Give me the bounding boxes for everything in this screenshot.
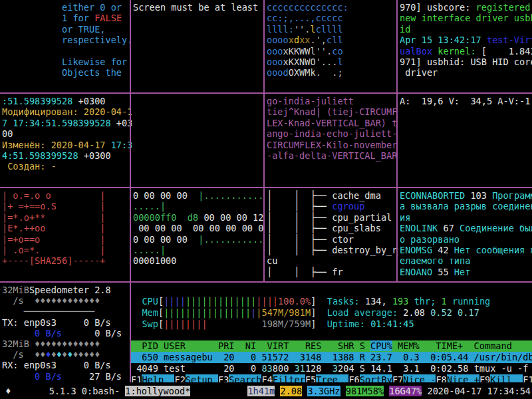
text-segment: ♦ — [45, 349, 51, 360]
text-segment — [62, 371, 89, 382]
text-segment: ♦ — [62, 349, 67, 360]
pane-help-text[interactable]: either 0 or 1 for FALSE or TRUE, respect… — [0, 1, 132, 94]
status-uptime-badge: 1h41m — [247, 386, 275, 396]
text-line: ───────────── — [2, 306, 132, 317]
text-segment: ECONNABORTED — [400, 190, 470, 201]
text-segment: 970] usbcore: — [400, 2, 476, 13]
text-segment: 193 — [392, 296, 409, 307]
text-segment: oooo — [267, 35, 289, 45]
text-segment: kernel: — [438, 46, 475, 57]
text-segment: Likewise for — [2, 57, 127, 67]
text-line: ooodOXWMk. .; — [267, 67, 398, 78]
text-line: 970] usbcore: registered — [400, 2, 532, 13]
text-line: CPU[|||||||||||||||||||||100.0%] Tasks: … — [131, 296, 532, 307]
text-segment: d — [294, 35, 299, 45]
text-line: .....| — [133, 201, 265, 211]
text-segment: xx — [299, 35, 310, 45]
text-line: 00001000 — [133, 255, 265, 266]
text-segment: ♦ — [51, 349, 57, 360]
text-segment: 01:41:45 — [370, 319, 414, 329]
text-segment: |+ =+==o.S | — [2, 201, 106, 211]
text-segment — [176, 212, 187, 223]
text-line: Swp[|||||||| 198M/759M] Uptime: 01:41:45 — [131, 319, 532, 330]
pane-errno-list[interactable]: ECONNABORTED 103 Программа вызвала разры… — [398, 189, 532, 282]
text-segment: Tasks: — [327, 296, 365, 307]
text-segment: Создан: - — [2, 161, 57, 172]
text-line: Изменён: 2020-04-17 17:3 — [2, 140, 132, 150]
window-tab-hollywood[interactable]: 1:hollywood* — [125, 386, 190, 396]
text-segment: xKKWWl — [283, 46, 316, 57]
pane-htop[interactable]: CPU[|||||||||||||||||||||100.0%] Tasks: … — [131, 283, 532, 384]
text-line: CIRCUMFLEX-Kilo-november — [267, 140, 398, 150]
text-segment: |=*.o+** | — [2, 212, 106, 223]
text-segment: id — [400, 24, 410, 35]
pane-empty[interactable] — [131, 94, 265, 188]
text-segment: cll — [327, 35, 343, 45]
pane-nato-phonetic[interactable]: go-india-julietttiej^Knad| (tiej-CIRCUMF… — [265, 94, 398, 188]
text-segment: .....| — [133, 245, 166, 255]
text-segment: ♦♦♦♦♦♦♦♦♦♦♦♦ — [35, 295, 100, 306]
text-segment: ENOMSG — [400, 245, 438, 255]
text-segment: │ │ ├── — [267, 223, 332, 233]
text-segment: ooo — [267, 46, 283, 57]
text-segment: Изменён: 2020-04-17 — [2, 140, 106, 150]
text-segment: /s — [2, 295, 35, 306]
text-segment: cgroup — [332, 201, 364, 211]
text-line: а вызвала разрыв соединен — [400, 201, 532, 211]
pane-border-vertical-3[interactable] — [396, 0, 398, 281]
text-line: Apr 15 13:42:17 test-Virt — [400, 35, 532, 45]
text-segment: CPU — [142, 296, 158, 307]
pane-ssh-randomart[interactable]: | o.=.o o ||+ =+==o.S ||=*.o+** ||E*.++o… — [0, 189, 132, 282]
text-segment — [316, 319, 327, 329]
text-line: id — [400, 24, 532, 35]
text-segment: +03 — [111, 118, 132, 128]
text-segment: Apr 15 13:42:17 — [400, 35, 487, 45]
text-segment: cache_dma — [332, 190, 381, 201]
text-line: A: 19,6 V: 34,5 A-V:-1 — [400, 96, 532, 106]
pane-syslog[interactable]: 970] usbcore: registerednew interface dr… — [398, 1, 532, 94]
status-left: ♦ 5.1.3 0:bash- 1:hollywood* — [0, 386, 190, 396]
text-segment: 2.08 — [403, 307, 430, 318]
pane-directory-tree[interactable]: │ │ ├── cache_dma│ │ ├── cgroup│ │ ├── c… — [265, 189, 398, 282]
text-segment: cpu_slabs — [332, 223, 381, 233]
text-line: ENOLINK 67 Соединение был — [400, 223, 532, 233]
text-line: cu — [267, 255, 398, 266]
pane-border-vertical-2[interactable] — [263, 0, 265, 281]
pane-border-horizontal-1[interactable] — [0, 92, 532, 94]
pane-screen-message[interactable]: Screen must be at least — [131, 1, 265, 94]
pane-border-horizontal-3[interactable] — [0, 281, 532, 283]
text-segment: CPU% — [370, 340, 392, 351]
pane-speedometer[interactable]: 32MiBSpeedometer 2.8 /s ♦♦♦♦♦♦♦♦♦♦♦♦ ───… — [0, 283, 132, 383]
text-line: /s ♦♦♦♦♦♦♦♦♦♦♦♦ — [2, 295, 132, 306]
pane-av-status[interactable]: A: 19,6 V: 34,5 A-V:-1 — [398, 94, 532, 188]
text-segment: ''. — [316, 46, 332, 57]
text-line: 00 — [2, 128, 132, 139]
text-line: driver — [400, 67, 532, 78]
text-line: ENOANO 55 Нет — [400, 267, 532, 277]
pane-hexdump[interactable]: 0 00 00 00 |................|00000ff0 d8… — [131, 189, 265, 282]
text-segment — [422, 386, 427, 396]
pane-stat-output[interactable]: :51.598399528 +0300Модифицирован: 2020-0… — [0, 94, 132, 188]
text-segment: ♦♦♦♦♦ — [72, 349, 100, 360]
text-line: Objects the — [2, 67, 132, 78]
pane-border-vertical-4[interactable] — [130, 283, 131, 382]
text-line: cccccccccccccc: — [267, 2, 398, 13]
pane-border-vertical-1[interactable] — [130, 0, 131, 281]
text-segment: 83 — [261, 363, 272, 374]
pane-border-horizontal-2[interactable] — [0, 187, 532, 188]
text-segment: ♦ — [57, 349, 62, 360]
status-diamond-icon: ♦ — [0, 386, 11, 396]
text-segment: │ │ ├── — [267, 267, 332, 277]
text-segment: 67 — [443, 223, 454, 233]
pane-ascii-art[interactable]: cccccccccccccc:cc:;,...,cccccllll:''.lcl… — [265, 1, 398, 94]
window-tab-bash[interactable]: 0:bash- — [82, 386, 125, 396]
text-line: | .o=*. | — [2, 245, 132, 255]
text-segment: 42 — [438, 245, 448, 255]
text-segment: Программ — [487, 190, 532, 201]
text-segment: ENOANO — [400, 267, 438, 277]
status-disk-badge: 16G47% — [389, 386, 422, 396]
text-line: Likewise for — [2, 57, 132, 67]
text-line: /s ♦♦♦♦♦♦♦♦♦♦♦♦ — [2, 349, 132, 360]
text-segment: d — [283, 67, 289, 78]
text-line: TX: enp0s3 0 B/s — [2, 317, 132, 328]
